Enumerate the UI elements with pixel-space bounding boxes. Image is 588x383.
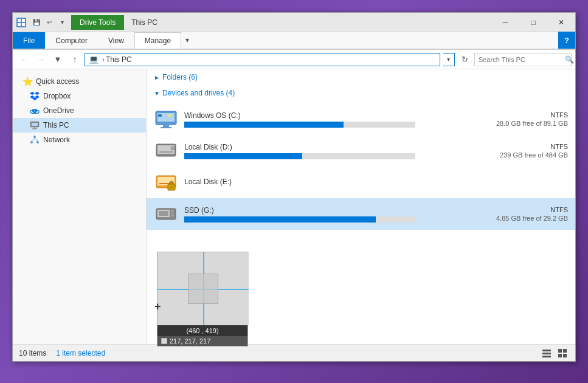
thispc-icon — [30, 120, 40, 130]
drive-d[interactable]: Local Disk (D:) NTFS 239 GB free of 484 … — [147, 135, 575, 167]
drive-g-progress-bg — [184, 216, 415, 223]
drag-tooltip: (460 , 419) 217, 217, 217 — [157, 252, 248, 347]
devices-section-header[interactable]: ▼ Devices and drives (4) — [147, 85, 575, 101]
devices-section-label: Devices and drives (4) — [162, 89, 235, 97]
address-path[interactable]: 💻 › This PC — [85, 53, 440, 66]
help-button[interactable]: ? — [558, 32, 575, 49]
path-icon: 💻 — [89, 55, 99, 64]
path-separator: › — [102, 55, 105, 64]
tab-manage[interactable]: Manage — [134, 32, 181, 49]
svg-rect-47 — [558, 354, 562, 357]
address-dropdown-button[interactable]: ▾ — [443, 53, 455, 66]
svg-rect-46 — [563, 349, 567, 353]
drive-d-fs: NTFS — [458, 143, 568, 150]
drive-tools-tab[interactable]: Drive Tools — [71, 15, 124, 30]
folders-section-header[interactable]: ► Folders (6) — [147, 69, 575, 85]
drive-c[interactable]: Windows OS (C:) NTFS 28.0 GB free of 89.… — [147, 103, 575, 135]
search-icon: 🔍 — [565, 55, 574, 64]
drive-c-meta: NTFS 28.0 GB free of 89.1 GB — [458, 111, 568, 127]
drive-e-name: Local Disk (E:) — [184, 178, 452, 186]
svg-rect-23 — [163, 125, 169, 127]
svg-line-20 — [35, 138, 38, 141]
ribbon-tab-bar: File Computer View Manage ▾ ? — [13, 32, 575, 49]
drive-e-info: Local Disk (E:) — [184, 178, 452, 188]
svg-marker-5 — [35, 92, 40, 95]
svg-rect-25 — [158, 114, 162, 117]
onedrive-icon — [30, 106, 40, 116]
qa-undo-btn[interactable]: ↩ — [44, 17, 55, 28]
svg-marker-4 — [30, 92, 35, 95]
tab-file[interactable]: File — [13, 32, 45, 49]
sidebar-item-onedrive[interactable]: OneDrive — [13, 103, 146, 118]
svg-rect-39 — [171, 213, 174, 214]
titlebar-left: 💾 ↩ ▾ Drive Tools This PC — [13, 15, 491, 30]
close-button[interactable]: ✕ — [547, 13, 575, 32]
search-input[interactable] — [479, 56, 562, 63]
details-view-button[interactable] — [540, 347, 553, 360]
drive-d-name: Local Disk (D:) — [184, 143, 452, 151]
tooltip-canvas — [157, 252, 249, 325]
forward-button[interactable]: → — [33, 52, 48, 67]
minimize-button[interactable]: ─ — [491, 13, 519, 32]
drive-e[interactable]: Local Disk (E:) — [147, 167, 575, 198]
selected-count: 1 item selected — [56, 349, 105, 357]
drives-list: Windows OS (C:) NTFS 28.0 GB free of 89.… — [147, 101, 575, 232]
drive-g-name: SSD (G:) — [184, 206, 452, 215]
drive-g[interactable]: SSD (G:) NTFS 4.85 GB free of 29.2 GB — [147, 198, 575, 230]
svg-point-35 — [171, 187, 173, 188]
qa-dropdown-btn[interactable]: ▾ — [57, 17, 67, 28]
svg-rect-43 — [542, 353, 551, 354]
tab-view[interactable]: View — [98, 32, 134, 49]
drive-c-space: 28.0 GB free of 89.1 GB — [458, 120, 568, 127]
svg-rect-13 — [32, 123, 38, 126]
main-area: ⭐ Quick access Dropbox OneDrive This PC — [13, 69, 575, 344]
sidebar-item-network[interactable]: Network — [13, 133, 146, 147]
drive-c-progress-bg — [184, 122, 415, 128]
svg-line-19 — [32, 138, 35, 141]
svg-point-16 — [33, 136, 36, 138]
drive-e-icon — [154, 170, 178, 195]
tooltip-center-rect — [188, 274, 218, 304]
window-title: This PC — [131, 18, 157, 27]
drive-c-fs: NTFS — [458, 111, 568, 119]
sidebar-label-network: Network — [43, 136, 141, 144]
sidebar-item-quickaccess[interactable]: ⭐ Quick access — [13, 74, 146, 89]
svg-point-26 — [168, 114, 171, 117]
svg-point-17 — [30, 141, 33, 143]
back-button[interactable]: ← — [16, 52, 31, 67]
drive-g-space: 4.85 GB free of 29.2 GB — [458, 215, 568, 222]
up-button[interactable]: ↑ — [67, 52, 82, 67]
drive-g-progress-fill — [184, 216, 376, 223]
ribbon-expand-btn[interactable]: ▾ — [181, 32, 193, 49]
large-icons-view-button[interactable] — [556, 347, 569, 360]
window-icon — [16, 18, 26, 27]
tab-computer[interactable]: Computer — [45, 32, 98, 49]
drive-c-progress-fill — [184, 122, 344, 128]
quick-access-toolbar: 💾 ↩ ▾ — [31, 17, 67, 28]
qa-save-btn[interactable]: 💾 — [31, 17, 42, 28]
sidebar-item-thispc[interactable]: This PC — [13, 118, 146, 133]
svg-rect-45 — [558, 349, 562, 353]
sidebar-item-dropbox[interactable]: Dropbox — [13, 89, 146, 103]
drag-cursor: + — [154, 300, 161, 313]
svg-rect-41 — [159, 211, 168, 216]
refresh-button[interactable]: ↻ — [457, 52, 472, 67]
drive-d-icon — [154, 139, 178, 163]
devices-chevron: ▼ — [154, 90, 160, 97]
svg-rect-48 — [563, 354, 567, 357]
recent-locations-button[interactable]: ▼ — [50, 52, 65, 67]
tooltip-color-value: 217, 217, 217 — [170, 337, 210, 345]
svg-rect-2 — [18, 23, 21, 26]
drive-c-info: Windows OS (C:) — [184, 111, 452, 128]
svg-rect-1 — [22, 19, 25, 22]
drive-c-icon — [154, 107, 178, 131]
maximize-button[interactable]: □ — [519, 13, 547, 32]
dropbox-icon — [30, 91, 40, 101]
sidebar-label-thispc: This PC — [43, 121, 141, 129]
svg-rect-40 — [171, 215, 174, 216]
tooltip-coords: (460 , 419) — [157, 325, 247, 336]
search-box[interactable]: 🔍 — [474, 53, 572, 66]
drive-d-progress-fill — [184, 153, 302, 159]
drive-g-icon — [154, 202, 178, 226]
quickaccess-icon: ⭐ — [22, 77, 32, 86]
